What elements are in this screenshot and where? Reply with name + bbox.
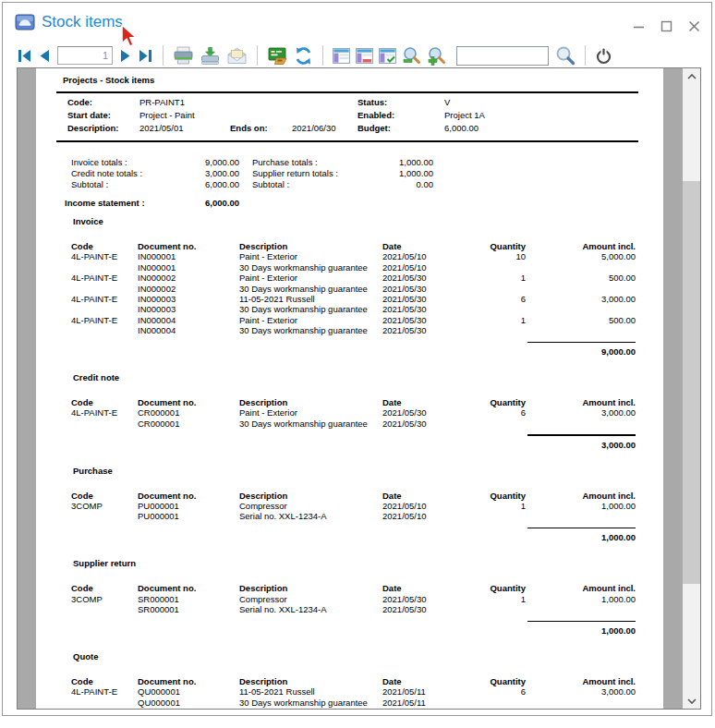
table-cell: IN000003: [138, 304, 176, 314]
field-label: Enabled:: [358, 110, 394, 120]
table-cell: IN000003: [138, 294, 176, 304]
email-button[interactable]: [226, 44, 248, 67]
scroll-down-button[interactable]: [683, 693, 700, 709]
table-cell: 2021/05/10: [382, 251, 427, 261]
field-value: 6,000.00: [444, 123, 479, 133]
column-header: Code: [71, 397, 93, 407]
income-statement-label: Income statement :: [65, 198, 145, 208]
toolbar: [3, 42, 711, 69]
app-icon: [15, 13, 35, 31]
field-label: Budget:: [358, 123, 391, 133]
total-value: 0.00: [341, 179, 433, 189]
scrollbar-thumb[interactable]: [683, 181, 700, 584]
toolbar-separator: [257, 45, 258, 66]
table-cell: Paint - Exterior: [239, 315, 297, 325]
report-page: Projects - Stock items Code: PR-PAINT1 S…: [36, 68, 663, 709]
report-section-purchase: PurchaseCodeDocument no.DescriptionDateQ…: [36, 466, 663, 544]
table-cell: 3,000.00: [527, 294, 636, 304]
zoom-in-button[interactable]: [427, 44, 446, 67]
table-cell: 4L-PAINT-E: [71, 407, 117, 418]
table-row: QU00000130 Days workmanship guarantee202…: [36, 698, 663, 708]
layout-continuous-button[interactable]: [379, 44, 396, 67]
layout-single-button[interactable]: [333, 44, 350, 67]
search-input[interactable]: [456, 46, 549, 66]
table-cell: 1: [442, 594, 526, 604]
table-cell: 1: [442, 273, 526, 283]
table-cell: 2021/05/30: [382, 284, 427, 294]
layout-facing-button[interactable]: [356, 44, 373, 67]
column-header: Code: [71, 583, 93, 593]
total-rule: [527, 342, 636, 344]
table-cell: 2021/05/30: [382, 419, 427, 429]
table-header-row: CodeDocument no.DescriptionDateQuantityA…: [36, 491, 663, 501]
column-header: Document no.: [138, 241, 196, 251]
table-cell: 4L-PAINT-E: [71, 315, 117, 325]
table-cell: 30 Days workmanship guarantee: [239, 262, 368, 273]
table-cell: IN000001: [138, 251, 176, 261]
table-row: IN00000130 Days workmanship guarantee202…: [36, 262, 663, 273]
table-cell: 500.00: [527, 273, 636, 283]
close-button[interactable]: [687, 19, 700, 32]
field-value: Project 1A: [444, 110, 485, 120]
vertical-scrollbar[interactable]: [683, 68, 700, 709]
zoom-out-button[interactable]: [402, 44, 421, 67]
table-cell: 2021/05/30: [382, 604, 427, 614]
table-cell: 30 Days workmanship guarantee: [239, 698, 368, 708]
table-header-row: CodeDocument no.DescriptionDateQuantityA…: [36, 583, 663, 593]
total-value: 6,000.00: [147, 179, 239, 189]
column-header: Amount incl.: [527, 241, 636, 251]
table-cell: Paint - Exterior: [239, 273, 297, 283]
refresh-icon: [294, 46, 313, 66]
section-total-value: 3,000.00: [527, 440, 636, 450]
table-header-row: CodeDocument no.DescriptionDateQuantityA…: [36, 397, 663, 407]
power-button[interactable]: [595, 44, 612, 67]
table-cell: 2021/05/30: [382, 315, 427, 325]
maximize-button[interactable]: [660, 19, 673, 32]
total-value: 1,000.00: [341, 157, 433, 167]
table-cell: 30 Days workmanship guarantee: [239, 419, 368, 429]
toolbar-separator: [585, 45, 586, 66]
page-number-input[interactable]: [57, 46, 113, 65]
mouse-cursor: [121, 24, 141, 54]
table-cell: IN000004: [138, 315, 176, 325]
table-row: 4L-PAINT-EIN00000311-05-2021 Russell2021…: [36, 294, 663, 304]
section-total-value: 1,000.00: [527, 625, 636, 636]
report-section-credit-note: Credit noteCodeDocument no.DescriptionDa…: [36, 372, 663, 451]
table-row: 4L-PAINT-EIN000002Paint - Exterior2021/0…: [36, 273, 663, 283]
chevron-up-icon: [687, 74, 697, 79]
design-report-button[interactable]: [267, 44, 288, 67]
search-button[interactable]: [555, 44, 576, 67]
table-cell: 30 Days workmanship guarantee: [239, 304, 368, 314]
table-cell: IN000004: [138, 325, 176, 335]
column-header: Document no.: [138, 491, 196, 501]
export-button[interactable]: [200, 44, 221, 67]
table-cell: 11-05-2021 Russell: [239, 294, 315, 304]
print-button[interactable]: [173, 44, 194, 67]
field-label: Ends on:: [230, 123, 268, 133]
column-header: Description: [239, 676, 287, 686]
column-header: Document no.: [138, 676, 196, 686]
table-cell: Serial no. XXL-1234-A: [239, 511, 327, 521]
first-page-button[interactable]: [17, 44, 32, 67]
previous-page-icon: [38, 49, 51, 63]
table-cell: 6: [442, 294, 526, 304]
table-header-row: CodeDocument no.DescriptionDateQuantityA…: [36, 676, 663, 686]
table-cell: 2021/05/30: [382, 273, 427, 283]
previous-page-button[interactable]: [38, 44, 51, 67]
section-title: Invoice: [73, 216, 663, 227]
column-header: Description: [239, 397, 287, 407]
field-label: Start date:: [67, 110, 111, 120]
table-row: PU000001Serial no. XXL-1234-A2021/05/10: [36, 511, 663, 521]
scroll-up-button[interactable]: [683, 68, 700, 84]
refresh-button[interactable]: [294, 44, 313, 67]
divider: [56, 140, 638, 142]
minimize-button[interactable]: [632, 19, 645, 32]
table-cell: 11-05-2021 Russell: [239, 686, 315, 697]
table-cell: 2021/05/10: [382, 501, 427, 511]
table-row: 3COMPSR000001Compressor2021/05/3011,000.…: [36, 594, 663, 604]
table-cell: CR000001: [138, 419, 179, 429]
column-header: Amount incl.: [527, 397, 636, 407]
column-header: Description: [239, 491, 287, 501]
section-total-row: 3,000.00: [36, 440, 663, 451]
divider: [56, 91, 638, 93]
